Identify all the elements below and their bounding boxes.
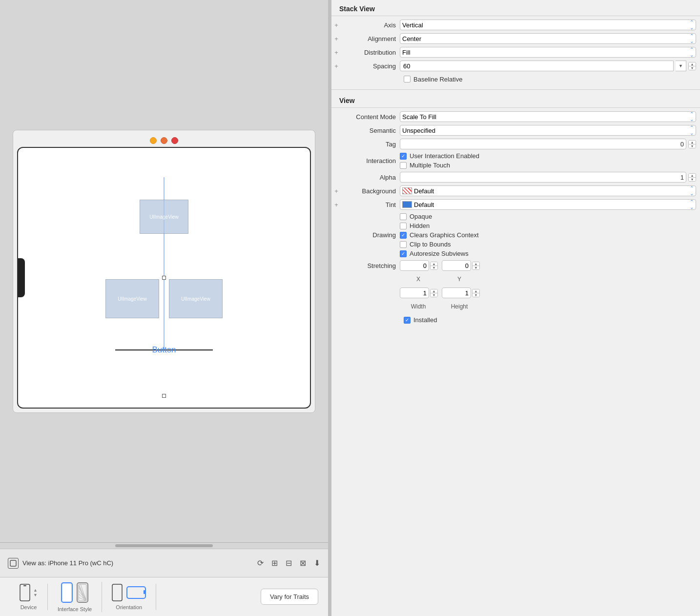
device-section[interactable]: ▲ ▼ Device [10,584,48,610]
user-interaction-label: User Interaction Enabled [410,152,479,160]
align-icon[interactable]: ⊞ [271,558,278,568]
orientation-icons [112,584,146,601]
svg-rect-16 [144,590,145,594]
semantic-value: Unspecified [402,127,690,134]
uiimageview-right[interactable]: UIImageView [169,279,223,318]
alpha-up[interactable]: ▲ [689,174,696,178]
stretch-x-down[interactable]: ▼ [431,266,437,269]
distribution-plus[interactable]: + [331,49,341,56]
alignment-chevron: ⌃⌄ [690,33,694,44]
hidden-checkbox[interactable] [400,223,407,229]
uiimageview-top[interactable]: UIImageView [140,200,188,234]
installed-checkbox[interactable]: ✓ [404,317,411,324]
stretch-y-input[interactable]: 0 [442,260,471,271]
spacing-up[interactable]: ▲ [689,62,696,66]
axis-plus[interactable]: + [331,21,341,29]
spacing-input[interactable]: 60 [400,61,674,71]
clip-to-bounds-checkbox[interactable] [400,241,407,248]
view-as-icon[interactable] [8,558,19,569]
stretch-w-stepper[interactable]: ▲ ▼ [430,289,438,297]
button-label[interactable]: Button [152,345,176,355]
interaction-row: Interaction ✓ User Interaction Enabled M… [331,151,700,170]
stretch-h-stepper[interactable]: ▲ ▼ [472,289,480,297]
axis-value: Vertical [402,21,690,29]
background-plus[interactable]: + [331,187,341,195]
scroll-bar-area[interactable] [0,543,328,549]
pin-icon[interactable]: ⊟ [286,558,292,568]
spacing-plus[interactable]: + [331,62,341,70]
interface-icons [61,582,89,603]
stretch-h-pair: 1 ▲ ▼ [442,287,480,298]
background-control: Default ⌃⌄ [400,185,696,196]
export-icon[interactable]: ⬇ [314,558,320,568]
opaque-checkbox[interactable] [400,213,407,220]
stretch-w-input[interactable]: 1 [400,287,429,298]
stretch-x-value: 0 [423,262,427,269]
content-mode-select[interactable]: Scale To Fill ⌃⌄ [400,111,696,122]
stretch-h-up[interactable]: ▲ [473,289,479,293]
stretch-w-up[interactable]: ▲ [431,289,437,293]
tag-label: Tag [341,141,400,148]
spacing-down[interactable]: ▼ [689,66,696,70]
stretch-x-up[interactable]: ▲ [431,262,437,266]
landscape-icon[interactable] [126,586,146,599]
alpha-input[interactable]: 1 [400,172,686,183]
orientation-label: Orientation [116,604,142,610]
user-interaction-checkbox[interactable]: ✓ [400,153,407,160]
baseline-relative-checkbox[interactable] [404,76,411,82]
stretch-w-down[interactable]: ▼ [431,293,437,297]
stretch-h-input[interactable]: 1 [442,287,471,298]
dot-red [171,137,178,144]
autoresize-checkbox[interactable]: ✓ [400,250,407,257]
background-label: Background [341,187,400,195]
clip-to-bounds-label: Clip to Bounds [410,241,451,248]
stretch-y-stepper[interactable]: ▲ ▼ [472,262,480,270]
distribution-chevron: ⌃⌄ [690,47,694,58]
uiimageview-left[interactable]: UIImageView [105,279,159,318]
portrait-icon[interactable] [112,584,123,601]
stretch-x-stepper[interactable]: ▲ ▼ [430,262,438,270]
section-divider-1 [331,89,700,90]
stretch-xy-labels: X Y [400,276,696,283]
tint-plus[interactable]: + [331,201,341,208]
device-stepper[interactable]: ▲ ▼ [33,588,38,597]
scroll-thumb[interactable] [115,544,213,547]
light-interface-icon[interactable] [61,582,73,603]
spacing-dropdown[interactable]: ▼ [676,61,686,71]
distribution-select[interactable]: Fill ⌃⌄ [400,47,696,58]
clears-graphics-checkbox[interactable]: ✓ [400,232,407,239]
alignment-plus[interactable]: + [331,35,341,42]
rotate-icon[interactable]: ⟳ [257,558,264,568]
tag-down[interactable]: ▼ [689,144,696,148]
phone-toolbar [17,134,311,147]
alpha-down[interactable]: ▼ [689,178,696,181]
stretch-h-down[interactable]: ▼ [473,293,479,297]
axis-select[interactable]: Vertical ⌃⌄ [400,20,696,30]
multiple-touch-checkbox[interactable] [400,162,407,169]
opaque-label: Opaque [410,213,432,220]
alpha-stepper[interactable]: ▲ ▼ [688,173,696,182]
semantic-select[interactable]: Unspecified ⌃⌄ [400,125,696,136]
orientation-section[interactable]: Orientation [102,584,156,610]
stretch-y-up[interactable]: ▲ [473,262,479,266]
background-select[interactable]: Default ⌃⌄ [400,185,696,196]
stretch-x-input[interactable]: 0 [400,260,429,271]
tag-stepper[interactable]: ▲ ▼ [688,140,696,148]
interface-style-section[interactable]: Interface Style [48,582,102,612]
spacing-stepper[interactable]: ▲ ▼ [688,62,696,70]
dark-interface-icon[interactable] [76,582,89,603]
vary-for-traits-button[interactable]: Vary for Traits [261,589,318,605]
alignment-select[interactable]: Center ⌃⌄ [400,33,696,44]
svg-rect-14 [112,584,122,601]
tag-up[interactable]: ▲ [689,141,696,144]
semantic-row: Semantic Unspecified ⌃⌄ [331,123,700,137]
multiple-touch-label: Multiple Touch [410,162,450,169]
content-mode-value: Scale To Fill [402,113,690,121]
axis-chevron: ⌃⌄ [690,20,694,30]
stretch-y-down[interactable]: ▼ [473,266,479,269]
tag-row: Tag 0 ▲ ▼ [331,137,700,151]
stretching-label: Stretching [341,262,400,269]
size-icon[interactable]: ⊠ [300,558,306,568]
tag-input[interactable]: 0 [400,139,686,149]
tint-select[interactable]: Default ⌃⌄ [400,199,696,210]
